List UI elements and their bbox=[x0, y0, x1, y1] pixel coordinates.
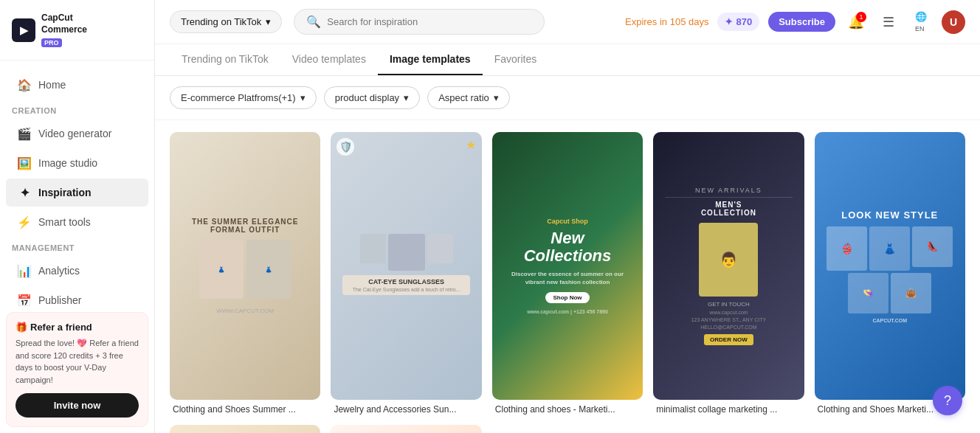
image-studio-icon: 🖼️ bbox=[18, 156, 31, 170]
logo-text-group: CapCut Commerce PRO bbox=[41, 12, 87, 48]
inspiration-icon: ✦ bbox=[18, 186, 31, 199]
sidebar-item-video-generator-label: Video generator bbox=[38, 128, 111, 139]
header-right: Expires in 105 days ✦ 870 Subscribe 🔔 1 … bbox=[625, 10, 965, 34]
invite-button[interactable]: Invite now bbox=[15, 393, 139, 418]
chevron-down-icon-aspect: ▾ bbox=[494, 92, 499, 103]
filter-ecommerce-label: E-commerce Platfroms(+1) bbox=[181, 92, 296, 103]
filter-product-display[interactable]: product display ▾ bbox=[324, 86, 420, 109]
chevron-down-icon-product: ▾ bbox=[404, 92, 409, 103]
lang-label: EN bbox=[915, 25, 925, 32]
search-input[interactable] bbox=[327, 16, 532, 27]
sidebar-item-inspiration[interactable]: ✦ Inspiration bbox=[6, 179, 148, 207]
globe-icon: 🌐EN bbox=[915, 11, 927, 33]
filter-product-display-label: product display bbox=[335, 92, 399, 103]
search-icon: 🔍 bbox=[306, 15, 321, 29]
template-card-2[interactable]: CAT-EYE SUNGLASSES The Cat-Eye Sunglasse… bbox=[331, 132, 481, 415]
card-2-title: Jewelry and Accessories Sun... bbox=[331, 400, 481, 415]
logo-icon: ▶ bbox=[12, 18, 35, 42]
analytics-icon: 📊 bbox=[18, 264, 31, 277]
notification-button[interactable]: 🔔 1 bbox=[844, 10, 868, 34]
header: Trending on TikTok ▾ 🔍 Expires in 105 da… bbox=[155, 0, 980, 44]
template-card-1[interactable]: THE SUMMER ELEGANCEFORMAL OUTFIT 👗 👗 WWW… bbox=[170, 132, 320, 415]
search-bar[interactable]: 🔍 bbox=[294, 9, 545, 35]
tabs-bar: Trending on TikTok Video templates Image… bbox=[155, 44, 980, 76]
tab-favorites[interactable]: Favorites bbox=[483, 44, 549, 75]
main-content: Trending on TikTok ▾ 🔍 Expires in 105 da… bbox=[155, 0, 980, 433]
chevron-down-icon-ecommerce: ▾ bbox=[300, 92, 306, 103]
template-grid: THE SUMMER ELEGANCEFORMAL OUTFIT 👗 👗 WWW… bbox=[170, 132, 965, 433]
sidebar-item-smart-tools[interactable]: ⚡ Smart tools bbox=[6, 208, 148, 236]
sidebar-item-analytics-label: Analytics bbox=[38, 265, 80, 277]
sidebar-item-smart-tools-label: Smart tools bbox=[38, 216, 91, 228]
template-card-3[interactable]: Capcut Shop NewCollections Discover the … bbox=[492, 132, 643, 415]
star-icon-card2[interactable]: ★ bbox=[466, 138, 476, 152]
layout-button[interactable]: ☰ bbox=[877, 10, 900, 34]
filter-ecommerce[interactable]: E-commerce Platfroms(+1) ▾ bbox=[170, 86, 317, 109]
layout-icon: ☰ bbox=[883, 14, 894, 30]
tab-video-templates[interactable]: Video templates bbox=[280, 44, 378, 75]
template-card-4[interactable]: NEW ARRIVALS MEN'SCOLLECTION 👨 GET IN TO… bbox=[653, 132, 804, 415]
card-4-title: minimalist collage marketing ... bbox=[653, 400, 804, 415]
credits-value: 870 bbox=[736, 16, 752, 27]
logo-name: CapCut Commerce bbox=[41, 13, 87, 35]
expires-text: Expires in 105 days bbox=[625, 16, 708, 27]
sidebar-item-publisher-label: Publisher bbox=[38, 294, 81, 306]
sidebar-item-video-generator[interactable]: 🎬 Video generator bbox=[6, 119, 148, 148]
card-3-title: Clothing and shoes - Marketi... bbox=[492, 400, 643, 415]
notification-badge: 1 bbox=[856, 12, 866, 22]
referral-icon: 🎁 bbox=[15, 322, 27, 333]
template-card-6[interactable]: Mini VlogEps. 07 Mix andMatch 📸 Mix and … bbox=[170, 425, 320, 433]
smart-tools-icon: ⚡ bbox=[18, 215, 31, 229]
template-card-7[interactable]: WWW.CAPCUT.COM +123-456-789 NEWCOLLECTIO… bbox=[331, 425, 481, 433]
referral-title-text: Refer a friend bbox=[30, 322, 92, 333]
creation-section-label: Creation bbox=[0, 100, 154, 118]
management-section-label: Management bbox=[0, 238, 154, 255]
logo-area: ▶ CapCut Commerce PRO bbox=[0, 0, 154, 60]
filters-bar: E-commerce Platfroms(+1) ▾ product displ… bbox=[155, 76, 980, 120]
sidebar-item-home[interactable]: 🏠 Home bbox=[6, 71, 148, 99]
sidebar-item-publisher[interactable]: 📅 Publisher bbox=[6, 286, 148, 306]
home-icon: 🏠 bbox=[18, 78, 31, 91]
card-1-title: Clothing and Shoes Summer ... bbox=[170, 400, 320, 415]
logo-pro-badge: PRO bbox=[41, 38, 62, 47]
chevron-down-icon: ▾ bbox=[266, 16, 271, 27]
publisher-icon: 📅 bbox=[18, 294, 31, 306]
sidebar: ▶ CapCut Commerce PRO 🏠 Home Creation 🎬 … bbox=[0, 0, 155, 433]
referral-card: 🎁 Refer a friend Spread the love! 💖 Refe… bbox=[6, 312, 148, 427]
help-button[interactable]: ? bbox=[933, 386, 962, 415]
sidebar-nav: 🏠 Home Creation 🎬 Video generator 🖼️ Ima… bbox=[0, 60, 154, 306]
sidebar-item-image-studio[interactable]: 🖼️ Image studio bbox=[6, 149, 148, 177]
subscribe-button[interactable]: Subscribe bbox=[768, 12, 835, 32]
language-button[interactable]: 🌐EN bbox=[909, 10, 933, 34]
sidebar-item-image-studio-label: Image studio bbox=[38, 157, 97, 169]
diamond-icon: ✦ bbox=[725, 16, 733, 27]
sidebar-item-analytics[interactable]: 📊 Analytics bbox=[6, 257, 148, 285]
template-grid-container: THE SUMMER ELEGANCEFORMAL OUTFIT 👗 👗 WWW… bbox=[155, 120, 980, 433]
trending-dropdown[interactable]: Trending on TikTok ▾ bbox=[170, 10, 282, 33]
filter-aspect-ratio[interactable]: Aspect ratio ▾ bbox=[427, 86, 510, 109]
referral-title: 🎁 Refer a friend bbox=[15, 322, 139, 333]
tab-trending[interactable]: Trending on TikTok bbox=[170, 44, 280, 75]
tab-image-templates[interactable]: Image templates bbox=[378, 44, 483, 75]
filter-aspect-ratio-label: Aspect ratio bbox=[438, 92, 489, 103]
template-card-5[interactable]: LOOK NEW STYLE 👙 👗 👠 👒 👜 CAPCUT.COM bbox=[815, 132, 965, 415]
credits-button[interactable]: ✦ 870 bbox=[717, 13, 759, 31]
sidebar-item-inspiration-label: Inspiration bbox=[38, 187, 92, 198]
sidebar-item-home-label: Home bbox=[38, 79, 66, 91]
referral-description: Spread the love! 💖 Refer a friend and sc… bbox=[15, 337, 139, 386]
user-avatar[interactable]: U bbox=[942, 10, 965, 34]
video-generator-icon: 🎬 bbox=[18, 127, 31, 140]
trending-label: Trending on TikTok bbox=[181, 16, 261, 27]
